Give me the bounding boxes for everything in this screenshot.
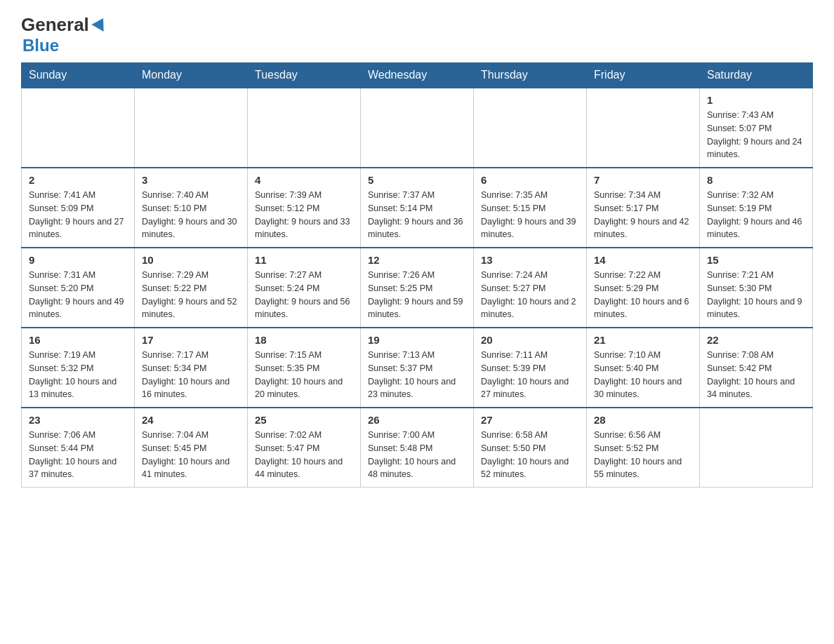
day-info: Sunrise: 7:15 AM Sunset: 5:35 PM Dayligh… (255, 349, 353, 401)
calendar-cell: 5Sunrise: 7:37 AM Sunset: 5:14 PM Daylig… (361, 168, 474, 248)
day-number: 16 (29, 334, 127, 346)
calendar-cell: 7Sunrise: 7:34 AM Sunset: 5:17 PM Daylig… (587, 168, 700, 248)
calendar-cell: 28Sunrise: 6:56 AM Sunset: 5:52 PM Dayli… (587, 408, 700, 488)
calendar-cell: 22Sunrise: 7:08 AM Sunset: 5:42 PM Dayli… (700, 328, 813, 408)
calendar-cell: 8Sunrise: 7:32 AM Sunset: 5:19 PM Daylig… (700, 168, 813, 248)
day-info: Sunrise: 7:43 AM Sunset: 5:07 PM Dayligh… (707, 109, 805, 161)
week-row-3: 9Sunrise: 7:31 AM Sunset: 5:20 PM Daylig… (22, 248, 813, 328)
week-row-5: 23Sunrise: 7:06 AM Sunset: 5:44 PM Dayli… (22, 408, 813, 488)
day-number: 9 (29, 254, 127, 266)
day-header-friday: Friday (587, 63, 700, 88)
day-info: Sunrise: 7:39 AM Sunset: 5:12 PM Dayligh… (255, 189, 353, 241)
calendar-cell: 16Sunrise: 7:19 AM Sunset: 5:32 PM Dayli… (22, 328, 135, 408)
day-number: 11 (255, 254, 353, 266)
calendar-cell: 17Sunrise: 7:17 AM Sunset: 5:34 PM Dayli… (135, 328, 248, 408)
calendar-cell: 12Sunrise: 7:26 AM Sunset: 5:25 PM Dayli… (361, 248, 474, 328)
day-info: Sunrise: 7:41 AM Sunset: 5:09 PM Dayligh… (29, 189, 127, 241)
calendar-cell: 18Sunrise: 7:15 AM Sunset: 5:35 PM Dayli… (248, 328, 361, 408)
day-info: Sunrise: 6:58 AM Sunset: 5:50 PM Dayligh… (481, 429, 579, 481)
calendar-cell: 20Sunrise: 7:11 AM Sunset: 5:39 PM Dayli… (474, 328, 587, 408)
calendar-cell: 14Sunrise: 7:22 AM Sunset: 5:29 PM Dayli… (587, 248, 700, 328)
day-number: 18 (255, 334, 353, 346)
calendar-cell: 19Sunrise: 7:13 AM Sunset: 5:37 PM Dayli… (361, 328, 474, 408)
calendar-cell (248, 88, 361, 168)
day-number: 5 (368, 174, 466, 186)
week-row-2: 2Sunrise: 7:41 AM Sunset: 5:09 PM Daylig… (22, 168, 813, 248)
day-info: Sunrise: 7:35 AM Sunset: 5:15 PM Dayligh… (481, 189, 579, 241)
day-number: 14 (594, 254, 692, 266)
day-header-sunday: Sunday (22, 63, 135, 88)
day-number: 26 (368, 414, 466, 426)
day-number: 3 (142, 174, 240, 186)
day-header-saturday: Saturday (700, 63, 813, 88)
calendar: SundayMondayTuesdayWednesdayThursdayFrid… (21, 62, 813, 488)
calendar-cell: 1Sunrise: 7:43 AM Sunset: 5:07 PM Daylig… (700, 88, 813, 168)
calendar-cell: 2Sunrise: 7:41 AM Sunset: 5:09 PM Daylig… (22, 168, 135, 248)
calendar-cell: 10Sunrise: 7:29 AM Sunset: 5:22 PM Dayli… (135, 248, 248, 328)
calendar-cell: 26Sunrise: 7:00 AM Sunset: 5:48 PM Dayli… (361, 408, 474, 488)
day-header-monday: Monday (135, 63, 248, 88)
day-info: Sunrise: 6:56 AM Sunset: 5:52 PM Dayligh… (594, 429, 692, 481)
day-info: Sunrise: 7:27 AM Sunset: 5:24 PM Dayligh… (255, 269, 353, 321)
calendar-cell (587, 88, 700, 168)
day-info: Sunrise: 7:08 AM Sunset: 5:42 PM Dayligh… (707, 349, 805, 401)
logo-triangle-icon (91, 15, 109, 32)
logo-blue-label: Blue (22, 36, 59, 55)
day-info: Sunrise: 7:17 AM Sunset: 5:34 PM Dayligh… (142, 349, 240, 401)
day-number: 22 (707, 334, 805, 346)
day-header-wednesday: Wednesday (361, 63, 474, 88)
calendar-cell (474, 88, 587, 168)
day-number: 13 (481, 254, 579, 266)
day-info: Sunrise: 7:24 AM Sunset: 5:27 PM Dayligh… (481, 269, 579, 321)
logo-general-text: General (21, 14, 107, 36)
day-info: Sunrise: 7:00 AM Sunset: 5:48 PM Dayligh… (368, 429, 466, 481)
calendar-cell: 3Sunrise: 7:40 AM Sunset: 5:10 PM Daylig… (135, 168, 248, 248)
day-info: Sunrise: 7:06 AM Sunset: 5:44 PM Dayligh… (29, 429, 127, 481)
week-row-1: 1Sunrise: 7:43 AM Sunset: 5:07 PM Daylig… (22, 88, 813, 168)
calendar-cell (700, 408, 813, 488)
day-number: 24 (142, 414, 240, 426)
calendar-cell: 11Sunrise: 7:27 AM Sunset: 5:24 PM Dayli… (248, 248, 361, 328)
day-number: 1 (707, 94, 805, 106)
calendar-cell: 24Sunrise: 7:04 AM Sunset: 5:45 PM Dayli… (135, 408, 248, 488)
day-number: 10 (142, 254, 240, 266)
day-number: 8 (707, 174, 805, 186)
day-info: Sunrise: 7:13 AM Sunset: 5:37 PM Dayligh… (368, 349, 466, 401)
day-header-tuesday: Tuesday (248, 63, 361, 88)
day-number: 19 (368, 334, 466, 346)
calendar-cell: 21Sunrise: 7:10 AM Sunset: 5:40 PM Dayli… (587, 328, 700, 408)
day-info: Sunrise: 7:26 AM Sunset: 5:25 PM Dayligh… (368, 269, 466, 321)
day-info: Sunrise: 7:37 AM Sunset: 5:14 PM Dayligh… (368, 189, 466, 241)
day-info: Sunrise: 7:02 AM Sunset: 5:47 PM Dayligh… (255, 429, 353, 481)
day-info: Sunrise: 7:04 AM Sunset: 5:45 PM Dayligh… (142, 429, 240, 481)
day-info: Sunrise: 7:32 AM Sunset: 5:19 PM Dayligh… (707, 189, 805, 241)
day-number: 7 (594, 174, 692, 186)
calendar-cell (135, 88, 248, 168)
day-info: Sunrise: 7:31 AM Sunset: 5:20 PM Dayligh… (29, 269, 127, 321)
day-number: 23 (29, 414, 127, 426)
day-number: 17 (142, 334, 240, 346)
day-number: 2 (29, 174, 127, 186)
calendar-cell: 4Sunrise: 7:39 AM Sunset: 5:12 PM Daylig… (248, 168, 361, 248)
day-info: Sunrise: 7:40 AM Sunset: 5:10 PM Dayligh… (142, 189, 240, 241)
calendar-cell: 13Sunrise: 7:24 AM Sunset: 5:27 PM Dayli… (474, 248, 587, 328)
page-header: GeneralBlue (21, 14, 813, 55)
calendar-cell: 15Sunrise: 7:21 AM Sunset: 5:30 PM Dayli… (700, 248, 813, 328)
day-number: 20 (481, 334, 579, 346)
day-number: 28 (594, 414, 692, 426)
day-info: Sunrise: 7:22 AM Sunset: 5:29 PM Dayligh… (594, 269, 692, 321)
calendar-cell: 6Sunrise: 7:35 AM Sunset: 5:15 PM Daylig… (474, 168, 587, 248)
calendar-cell (22, 88, 135, 168)
calendar-cell: 25Sunrise: 7:02 AM Sunset: 5:47 PM Dayli… (248, 408, 361, 488)
logo: GeneralBlue (21, 14, 107, 55)
day-number: 12 (368, 254, 466, 266)
day-number: 4 (255, 174, 353, 186)
day-info: Sunrise: 7:19 AM Sunset: 5:32 PM Dayligh… (29, 349, 127, 401)
calendar-cell: 27Sunrise: 6:58 AM Sunset: 5:50 PM Dayli… (474, 408, 587, 488)
calendar-cell: 23Sunrise: 7:06 AM Sunset: 5:44 PM Dayli… (22, 408, 135, 488)
day-number: 6 (481, 174, 579, 186)
calendar-cell: 9Sunrise: 7:31 AM Sunset: 5:20 PM Daylig… (22, 248, 135, 328)
calendar-cell (361, 88, 474, 168)
day-number: 15 (707, 254, 805, 266)
day-info: Sunrise: 7:21 AM Sunset: 5:30 PM Dayligh… (707, 269, 805, 321)
